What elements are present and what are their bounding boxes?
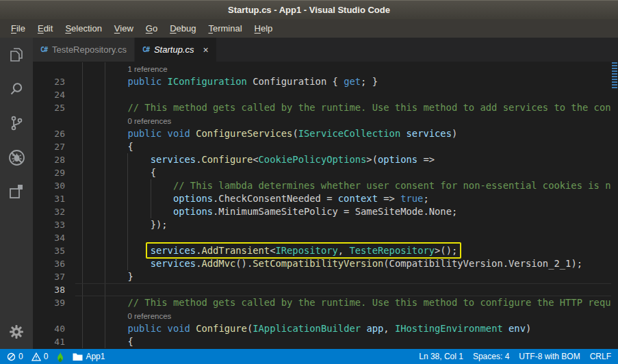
line-number: 40 [33, 322, 75, 335]
code-line[interactable]: 30 // This lambda determines whether use… [33, 179, 611, 192]
window-title: Startup.cs - App1 - Visual Studio Code [228, 5, 390, 15]
close-icon[interactable]: × [203, 45, 208, 55]
tab-startup-cs[interactable]: C#Startup.cs× [135, 38, 216, 62]
activitybar-debug-icon[interactable] [0, 140, 33, 174]
menu-item-file[interactable]: File [5, 23, 31, 34]
line-number: 34 [33, 231, 75, 244]
code-line[interactable]: 24 [33, 88, 611, 101]
window-titlebar: Startup.cs - App1 - Visual Studio Code [0, 0, 618, 19]
code-line[interactable]: 28 services.Configure<CookiePolicyOption… [33, 153, 611, 166]
editor-column: C#TesteRepository.csC#Startup.cs× 1 refe… [33, 38, 618, 349]
indent-guide [82, 153, 83, 166]
codelens-label[interactable]: 0 references [75, 309, 611, 322]
code-text: { [75, 166, 611, 179]
code-line[interactable]: 36 services.AddMvc().SetCompatibilityVer… [33, 257, 611, 270]
line-number [33, 114, 75, 127]
scrollbar-decoration[interactable] [612, 62, 617, 90]
code-rows: 1 reference23 public IConfiguration Conf… [33, 62, 611, 349]
activitybar-extensions-icon[interactable] [0, 174, 33, 209]
csharp-file-icon: C# [40, 46, 47, 53]
code-text: public void ConfigureServices(IServiceCo… [75, 127, 611, 140]
code-line[interactable]: 39 // This method gets called by the run… [33, 296, 611, 309]
code-line[interactable]: 32 options.MinimumSameSitePolicy = SameS… [33, 205, 611, 218]
status-item-label: CRLF [590, 352, 611, 361]
status-item-ln-38-col-1[interactable]: Ln 38, Col 1 [419, 352, 463, 361]
activitybar-settings-gear-icon[interactable] [0, 315, 33, 349]
code-line[interactable]: 40 public void Configure(IApplicationBui… [33, 322, 611, 335]
code-line[interactable]: 33 }); [33, 218, 611, 231]
activity-bar [0, 38, 33, 349]
indent-guide [127, 192, 128, 205]
codelens-row[interactable]: 0 references [33, 114, 611, 127]
codelens-label[interactable]: 1 reference [75, 62, 611, 75]
indent-guide [105, 88, 105, 101]
status-item-label: Spaces: 4 [473, 352, 509, 361]
flame-icon [56, 352, 64, 362]
menu-item-help[interactable]: Help [248, 23, 279, 34]
activitybar-explorer-icon[interactable] [0, 38, 33, 72]
code-line[interactable]: 31 options.CheckConsentNeeded = context … [33, 192, 611, 205]
indent-guide [127, 179, 128, 192]
code-text: // This method gets called by the runtim… [75, 296, 611, 309]
indent-guide [127, 166, 128, 179]
status-item-label: Ln 38, Col 1 [419, 352, 463, 361]
activitybar-search-icon[interactable] [0, 72, 33, 106]
indent-guide [82, 192, 83, 205]
status-bar: 00App1 Ln 38, Col 1Spaces: 4UTF-8 with B… [0, 349, 618, 364]
indent-guide [105, 101, 105, 114]
menu-item-go[interactable]: Go [140, 23, 164, 34]
indent-guide [105, 218, 105, 231]
status-right: Ln 38, Col 1Spaces: 4UTF-8 with BOMCRLF [419, 352, 611, 361]
line-number: 33 [33, 218, 75, 231]
activitybar-source-control-icon[interactable] [0, 106, 33, 140]
code-line[interactable]: 29 { [33, 166, 611, 179]
indent-guide [127, 153, 128, 166]
status-item-utf-8-with-bom[interactable]: UTF-8 with BOM [519, 352, 580, 361]
code-line[interactable]: 26 public void ConfigureServices(IServic… [33, 127, 611, 140]
tab-label: TesteRepository.cs [52, 44, 127, 55]
code-line[interactable]: 23 public IConfiguration Configuration {… [33, 75, 611, 88]
indent-guide [82, 218, 83, 231]
tab-bar: C#TesteRepository.csC#Startup.cs× [33, 38, 618, 62]
status-item-spaces-4[interactable]: Spaces: 4 [473, 352, 509, 361]
code-editor[interactable]: 1 reference23 public IConfiguration Conf… [33, 62, 618, 349]
code-text: options.MinimumSameSitePolicy = SameSite… [75, 205, 611, 218]
codelens-label[interactable]: 0 references [75, 114, 611, 127]
indent-guide [82, 88, 83, 101]
code-text: // This method gets called by the runtim… [75, 101, 611, 114]
menu-item-view[interactable]: View [108, 23, 140, 34]
code-line[interactable]: 27 { [33, 140, 611, 153]
menu-item-debug[interactable]: Debug [164, 23, 202, 34]
line-number: 41 [33, 335, 75, 348]
indent-guide [105, 205, 105, 218]
status-item-label: UTF-8 with BOM [519, 352, 580, 361]
indent-guide [105, 62, 105, 75]
indent-guide [82, 244, 83, 257]
tab-testerepository-cs[interactable]: C#TesteRepository.cs [33, 38, 135, 62]
codelens-row[interactable]: 0 references [33, 309, 611, 322]
indent-guide [105, 335, 105, 348]
line-number: 23 [33, 75, 75, 88]
codelens-row[interactable]: 1 reference [33, 62, 611, 75]
menu-item-edit[interactable]: Edit [31, 23, 59, 34]
source-control-icon [8, 114, 25, 132]
code-line[interactable]: 37 } [33, 270, 611, 283]
status-item-warning[interactable]: 0 [31, 352, 49, 361]
code-line[interactable]: 25 // This method gets called by the run… [33, 101, 611, 114]
indent-guide [105, 166, 105, 179]
status-item-crlf[interactable]: CRLF [590, 352, 611, 361]
status-item-error[interactable]: 0 [7, 352, 23, 361]
indent-guide [105, 127, 105, 140]
indent-guide [82, 205, 83, 218]
debug-icon [8, 148, 26, 167]
status-item-flame[interactable] [56, 352, 64, 362]
indent-guide [82, 231, 83, 244]
csharp-file-icon: C# [142, 46, 149, 53]
indent-guide [105, 270, 105, 283]
line-number: 39 [33, 296, 75, 309]
indent-guide [82, 335, 83, 348]
code-line[interactable]: 41 { [33, 335, 611, 348]
menu-item-terminal[interactable]: Terminal [202, 23, 248, 34]
status-item-folder[interactable]: App1 [73, 352, 105, 361]
menu-item-selection[interactable]: Selection [59, 23, 107, 34]
